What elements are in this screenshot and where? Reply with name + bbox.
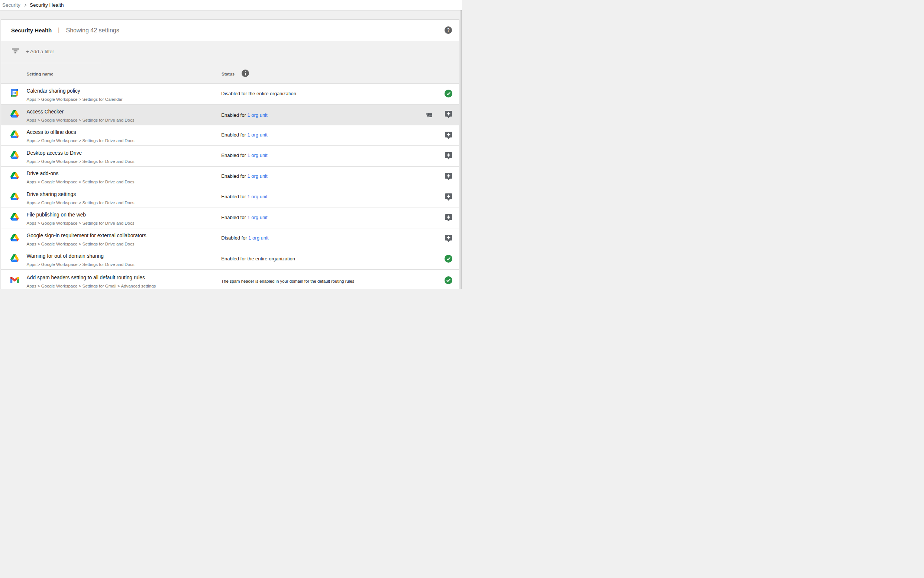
svg-text:31: 31 — [13, 91, 16, 95]
